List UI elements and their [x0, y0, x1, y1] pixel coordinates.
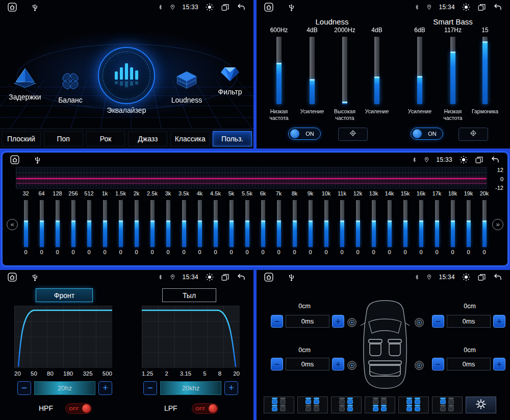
loudness-slider[interactable]: 600HzНизкая частота [263, 27, 295, 121]
eq-band-slider[interactable]: 640 [34, 190, 49, 255]
preset-button[interactable]: Джазз [128, 131, 167, 146]
home-icon[interactable] [7, 2, 17, 12]
menu-item-filter[interactable]: Фильтр [209, 61, 251, 96]
scroll-right-chevron[interactable]: » [492, 219, 503, 230]
eq-band-slider[interactable]: 3.5k0 [176, 190, 192, 255]
menu-item-equalizer[interactable]: Эквалайзер [93, 47, 160, 114]
front-left-plus-button[interactable]: + [332, 315, 344, 328]
brightness-icon[interactable] [459, 155, 468, 164]
eq-band-slider[interactable]: 5k0 [223, 190, 239, 255]
rear-left-minus-button[interactable]: − [271, 358, 283, 370]
band-frequency: 64 [34, 190, 49, 198]
eq-band-slider[interactable]: 9k0 [302, 190, 318, 255]
eq-band-slider[interactable]: 1k0 [97, 190, 113, 255]
eq-band-slider[interactable]: 3k0 [160, 190, 176, 255]
menu-item-balance[interactable]: Баланс [48, 68, 93, 104]
eq-band-slider[interactable]: 320 [18, 190, 34, 255]
listening-position-driver-seat[interactable] [432, 397, 463, 413]
preset-button[interactable]: Рок [86, 131, 125, 146]
tab-front[interactable]: Фронт [36, 288, 93, 302]
recent-apps-icon[interactable] [477, 273, 486, 282]
eq-band-slider[interactable]: 5120 [81, 190, 97, 255]
loudness-on-toggle[interactable]: ON [288, 128, 321, 140]
lpf-minus-button[interactable]: − [143, 381, 157, 395]
front-right-minus-button[interactable]: − [432, 315, 444, 328]
eq-band-slider[interactable]: 17k0 [429, 190, 445, 255]
hpf-minus-button[interactable]: − [17, 381, 31, 395]
eq-band-slider[interactable]: 20k0 [476, 190, 492, 255]
recent-apps-icon[interactable] [221, 273, 230, 282]
toggle-state: ON [422, 131, 443, 137]
eq-band-slider[interactable]: 2560 [65, 190, 81, 255]
hpf-off-toggle[interactable]: OFF [65, 403, 92, 414]
eq-band-slider[interactable]: 15k0 [397, 190, 413, 255]
home-icon[interactable] [264, 272, 274, 282]
preset-button[interactable]: Плоский [2, 131, 41, 146]
back-icon[interactable] [236, 273, 246, 282]
delay-settings-button[interactable] [466, 397, 496, 413]
eq-band-slider[interactable]: 6k0 [255, 190, 271, 255]
menu-item-loudness[interactable]: Loudness [161, 68, 212, 104]
home-icon[interactable] [264, 2, 274, 12]
listening-position-right-seats[interactable] [331, 397, 362, 413]
preset-button[interactable]: Классика [170, 131, 210, 146]
hpf-plus-button[interactable]: + [98, 381, 112, 395]
listening-position-front-seats[interactable] [297, 397, 328, 413]
recent-apps-icon[interactable] [221, 3, 230, 12]
eq-band-slider[interactable]: 5.5k0 [239, 190, 255, 255]
eq-band-slider[interactable]: 18k0 [445, 190, 461, 255]
eq-band-slider[interactable]: 2k0 [129, 190, 144, 255]
back-icon[interactable] [493, 273, 503, 282]
menu-item-delays[interactable]: Задержки [3, 64, 47, 101]
preset-button[interactable]: Поп [44, 131, 83, 146]
eq-band-slider[interactable]: 2.5k0 [144, 190, 160, 255]
eq-band-slider[interactable]: 19k0 [461, 190, 476, 255]
loudness-slider[interactable]: 15Гармоника [469, 27, 501, 115]
loudness-slider[interactable]: 2000HzВысокая частота [328, 27, 361, 121]
lpf-plus-button[interactable]: + [224, 381, 238, 395]
eq-band-slider[interactable]: 14k0 [381, 190, 397, 255]
back-icon[interactable] [236, 3, 246, 12]
recent-apps-icon[interactable] [475, 156, 483, 164]
eq-band-slider[interactable]: 4.5k0 [208, 190, 223, 255]
eq-band-slider[interactable]: 4k0 [192, 190, 208, 255]
listening-position-rear-seats[interactable] [365, 397, 395, 413]
loudness-slider[interactable]: 117HzНизкая частота [437, 27, 469, 121]
brightness-icon[interactable] [462, 273, 471, 282]
loudness-slider[interactable]: 4dBУсиление [361, 27, 393, 115]
brightness-icon[interactable] [462, 3, 471, 12]
home-icon[interactable] [10, 155, 20, 165]
smartbass-on-toggle[interactable]: ON [411, 128, 443, 140]
listening-position-left-seats[interactable] [264, 397, 294, 413]
scroll-left-chevron[interactable]: « [7, 219, 18, 230]
front-right-plus-button[interactable]: + [493, 315, 505, 328]
rear-left-plus-button[interactable]: + [332, 358, 344, 370]
slider-label: Усиление [296, 108, 328, 115]
eq-band-slider[interactable]: 7k0 [271, 190, 287, 255]
eq-band-slider[interactable]: 1280 [49, 190, 65, 255]
smartbass-adjust-button[interactable] [458, 128, 488, 141]
lpf-off-toggle[interactable]: OFF [192, 403, 218, 414]
rear-right-plus-button[interactable]: + [493, 358, 505, 370]
brightness-icon[interactable] [205, 3, 214, 12]
eq-band-slider[interactable]: 12k0 [350, 190, 366, 255]
preset-button[interactable]: Польз. [213, 131, 252, 146]
listening-position-all-seats[interactable] [398, 397, 429, 413]
eq-band-slider[interactable]: 1.5k0 [113, 190, 129, 255]
back-icon[interactable] [493, 3, 503, 12]
front-left-minus-button[interactable]: − [271, 315, 283, 328]
back-icon[interactable] [490, 155, 500, 164]
home-icon[interactable] [7, 272, 17, 282]
eq-band-slider[interactable]: 8k0 [287, 190, 302, 255]
loudness-slider[interactable]: 6dBУсиление [403, 27, 436, 115]
recent-apps-icon[interactable] [477, 3, 486, 12]
loudness-slider[interactable]: 4dBУсиление [296, 27, 328, 115]
eq-band-slider[interactable]: 13k0 [366, 190, 381, 255]
brightness-icon[interactable] [205, 273, 214, 282]
loudness-adjust-button[interactable] [338, 128, 368, 141]
eq-band-slider[interactable]: 10k0 [318, 190, 334, 255]
tab-rear[interactable]: Тыл [162, 288, 216, 302]
eq-band-slider[interactable]: 16k0 [413, 190, 429, 255]
eq-band-slider[interactable]: 11k0 [334, 190, 350, 255]
rear-right-minus-button[interactable]: − [432, 358, 444, 370]
